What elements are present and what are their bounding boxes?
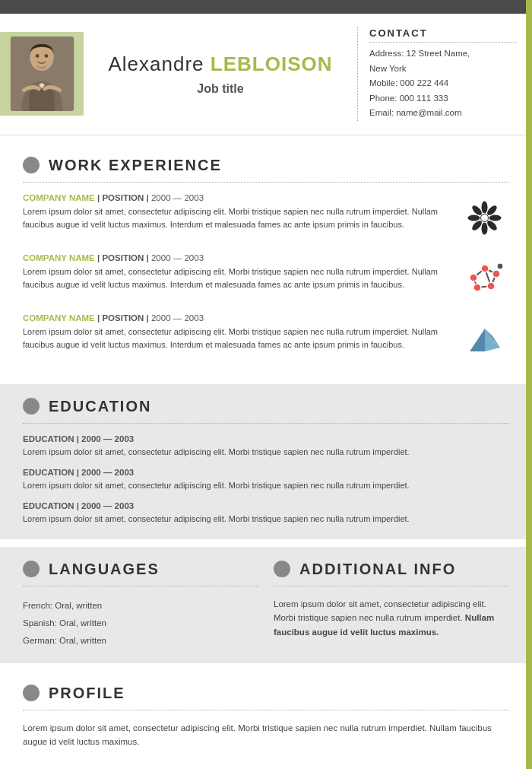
resume-header: Alexandre LEBLOISON Job title CONTACT Ad… — [0, 14, 532, 135]
job-title: Job title — [99, 82, 342, 96]
work-entry-text: COMPANY NAME | POSITION | 2000 — 2003 Lo… — [23, 253, 452, 291]
profile-title: PROFILE — [49, 685, 125, 702]
contact-section: CONTACT Address: 12 Street Name, New Yor… — [357, 27, 517, 121]
language-item: Spanish: Oral, written — [23, 615, 258, 632]
first-name: Alexandre — [109, 52, 204, 75]
additional-info-col: ADDITIONAL INFO Lorem ipsum dolor sit am… — [274, 561, 509, 650]
full-name: Alexandre LEBLOISON — [99, 52, 342, 76]
work-company: COMPANY NAME — [23, 193, 95, 202]
edu-entry: EDUCATION | 2000 — 2003 Lorem ipsum dolo… — [23, 434, 509, 459]
languages-list: French: Oral, written Spanish: Oral, wri… — [23, 597, 258, 650]
svg-point-24 — [497, 263, 503, 269]
work-meta: COMPANY NAME | POSITION | 2000 — 2003 — [23, 253, 452, 262]
work-company: COMPANY NAME — [23, 313, 95, 323]
contact-phone: Phone: 000 111 333 — [369, 91, 517, 106]
additional-divider — [274, 586, 509, 586]
work-entry-text: COMPANY NAME | POSITION | 2000 — 2003 Lo… — [23, 313, 452, 351]
contact-address: Address: 12 Street Name, — [369, 46, 517, 62]
svg-point-20 — [481, 265, 489, 272]
svg-point-11 — [470, 204, 483, 217]
profile-photo — [10, 37, 74, 111]
work-experience-divider — [23, 182, 509, 183]
work-icon-flower — [460, 193, 509, 243]
education-dot — [23, 398, 40, 415]
work-meta: COMPANY NAME | POSITION | 2000 — 2003 — [23, 313, 452, 323]
profile-section: PROFILE Lorem ipsum dolor sit amet, cons… — [0, 671, 532, 763]
edu-entry: EDUCATION | 2000 — 2003 Lorem ipsum dolo… — [23, 468, 509, 492]
svg-point-6 — [489, 214, 502, 221]
work-years: 2000 — 2003 — [151, 253, 204, 262]
profile-dot — [23, 685, 40, 701]
gap-3 — [0, 539, 532, 547]
work-description: Lorem ipsum dolor sit amet, consectetur … — [23, 265, 452, 291]
contact-city: New York — [369, 62, 517, 77]
languages-dot — [23, 561, 40, 577]
svg-point-12 — [481, 214, 489, 221]
photo-container — [0, 32, 84, 116]
work-meta: COMPANY NAME | POSITION | 2000 — 2003 — [23, 193, 452, 202]
additional-dot — [274, 561, 290, 577]
language-item: German: Oral, written — [23, 632, 258, 650]
svg-point-22 — [487, 282, 495, 290]
gap-1 — [0, 135, 532, 143]
svg-point-2 — [35, 54, 39, 58]
languages-header: LANGUAGES — [23, 561, 258, 578]
additional-header: ADDITIONAL INFO — [274, 561, 509, 578]
contact-mobile: Mobile: 000 222 444 — [369, 76, 517, 91]
work-years: 2000 — 2003 — [151, 193, 204, 202]
additional-text: Lorem ipsum dolor sit amet, consectetur … — [274, 597, 509, 639]
education-title: EDUCATION — [49, 398, 151, 415]
edu-description: Lorem ipsum dolor sit amet, consectetur … — [23, 446, 509, 459]
edu-meta: EDUCATION | 2000 — 2003 — [23, 501, 509, 510]
edu-entry: EDUCATION | 2000 — 2003 Lorem ipsum dolo… — [23, 501, 509, 526]
top-bar — [0, 0, 532, 14]
work-company: COMPANY NAME — [23, 253, 95, 262]
languages-additional-section: LANGUAGES French: Oral, written Spanish:… — [0, 547, 532, 663]
work-years: 2000 — 2003 — [151, 313, 204, 323]
svg-point-10 — [468, 214, 480, 221]
svg-point-5 — [486, 204, 499, 217]
edu-meta: EDUCATION | 2000 — 2003 — [23, 468, 509, 477]
education-header: EDUCATION — [23, 398, 509, 415]
work-entries-list: COMPANY NAME | POSITION | 2000 — 2003 Lo… — [23, 193, 509, 363]
work-experience-title: WORK EXPERIENCE — [49, 157, 222, 174]
two-column-layout: LANGUAGES French: Oral, written Spanish:… — [23, 561, 509, 650]
name-section: Alexandre LEBLOISON Job title — [99, 52, 357, 96]
svg-marker-25 — [470, 329, 485, 351]
right-accent-bar — [526, 0, 532, 769]
svg-point-8 — [482, 222, 488, 234]
work-description: Lorem ipsum dolor sit amet, consectetur … — [23, 205, 452, 231]
svg-point-4 — [482, 201, 488, 213]
work-description: Lorem ipsum dolor sit amet, consectetur … — [23, 326, 452, 351]
language-item: French: Oral, written — [23, 597, 258, 615]
work-experience-section: WORK EXPERIENCE COMPANY NAME | POSITION … — [0, 143, 532, 377]
work-entry: COMPANY NAME | POSITION | 2000 — 2003 Lo… — [23, 193, 509, 243]
svg-point-19 — [470, 274, 477, 281]
contact-title: CONTACT — [369, 27, 517, 43]
edu-meta: EDUCATION | 2000 — 2003 — [23, 434, 509, 443]
contact-email: Email: name@mail.com — [369, 106, 517, 121]
education-entries-list: EDUCATION | 2000 — 2003 Lorem ipsum dolo… — [23, 434, 509, 526]
svg-point-23 — [473, 284, 481, 291]
education-section: EDUCATION EDUCATION | 2000 — 2003 Lorem … — [0, 384, 532, 539]
svg-point-21 — [492, 270, 500, 278]
work-experience-header: WORK EXPERIENCE — [23, 157, 509, 174]
work-entry: COMPANY NAME | POSITION | 2000 — 2003 Lo… — [23, 253, 509, 303]
svg-marker-26 — [485, 329, 500, 351]
work-entry-text: COMPANY NAME | POSITION | 2000 — 2003 Lo… — [23, 193, 452, 231]
education-divider — [23, 423, 509, 424]
svg-point-7 — [486, 219, 499, 232]
edu-description: Lorem ipsum dolor sit amet, consectetur … — [23, 513, 509, 526]
profile-divider — [23, 710, 509, 710]
work-icon-paper — [460, 313, 509, 363]
languages-title: LANGUAGES — [49, 561, 160, 578]
svg-point-9 — [470, 219, 483, 232]
last-name: LEBLOISON — [211, 52, 333, 75]
work-experience-dot — [23, 157, 40, 173]
languages-divider — [23, 586, 258, 586]
profile-text: Lorem ipsum dolor sit amet, consectetur … — [23, 721, 509, 749]
work-entry: COMPANY NAME | POSITION | 2000 — 2003 Lo… — [23, 313, 509, 363]
gap-2 — [0, 377, 532, 384]
edu-description: Lorem ipsum dolor sit amet, consectetur … — [23, 479, 509, 492]
languages-col: LANGUAGES French: Oral, written Spanish:… — [23, 561, 258, 650]
